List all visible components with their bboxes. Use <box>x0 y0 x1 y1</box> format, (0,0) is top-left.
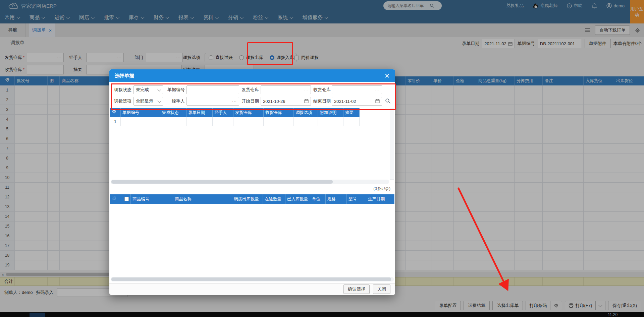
select-chevron-icon <box>157 87 161 91</box>
modal-search-icon[interactable] <box>385 98 391 104</box>
calendar-icon[interactable] <box>375 99 380 104</box>
filter-handler-input[interactable]: ··· <box>186 97 239 106</box>
modal-doc-column-header: 完成状态 <box>160 108 186 117</box>
filter-docno-input[interactable] <box>186 85 239 94</box>
select-chevron-icon <box>157 99 161 103</box>
modal-doc-row[interactable]: 1 <box>110 117 360 126</box>
lookup-dots-icon[interactable]: ··· <box>304 88 309 92</box>
modal-doc-table-header: 单据编号完成状态录单日期经手人发货仓库收货仓库调拨选项附加说明摘要 <box>110 108 360 117</box>
modal-doc-cell <box>121 117 160 126</box>
modal-doc-column-header: 单据编号 <box>121 108 160 117</box>
modal-doc-column-header: 录单日期 <box>186 108 213 117</box>
modal-doc-row-number: 1 <box>110 117 121 126</box>
filter-handler-label: 经手人 <box>172 97 185 106</box>
modal-item-scrollbar[interactable] <box>111 277 394 281</box>
modal-doc-column-header: 发货仓库 <box>233 108 264 117</box>
modal-doc-cell <box>318 117 343 126</box>
modal-doc-cell <box>186 117 213 126</box>
filter-enddate-input[interactable]: 2021-11-02 <box>332 97 382 106</box>
modal-item-scrollbar-thumb[interactable] <box>111 277 391 281</box>
modal-item-column-header: 商品名称 <box>173 194 232 204</box>
erp-screen: { "app": {"logo_text": "管家婆网店ERP", "time… <box>0 0 644 317</box>
modal-doc-table-body: 1 <box>110 117 360 126</box>
filter-startdate-input[interactable]: 2021-10-26 <box>261 97 311 106</box>
modal-title: 选择单据 <box>115 73 134 79</box>
modal-doc-cell <box>294 117 318 126</box>
filter-status-label: 调拨状态 <box>114 85 133 94</box>
filter-shipwh-input[interactable]: ··· <box>261 85 311 94</box>
select-all-checkbox[interactable] <box>120 194 131 204</box>
modal-item-column-header: 调拨出库数量 <box>232 194 263 204</box>
modal-item-column-header: 规格 <box>326 194 347 204</box>
modal-doc-cell <box>160 117 186 126</box>
filter-docno-label: 单据编号 <box>167 85 185 94</box>
modal-vertical-scrollbar[interactable] <box>390 108 394 180</box>
lookup-dots-icon[interactable]: ··· <box>232 99 237 103</box>
filter-shipwh-label: 发货仓库 <box>241 85 259 94</box>
filter-option-select[interactable]: 全部显示 <box>133 97 163 106</box>
modal-doc-table: 单据编号完成状态录单日期经手人发货仓库收货仓库调拨选项附加说明摘要 1 <box>110 108 360 126</box>
modal-item-table: 商品编号商品名称调拨出库数量在途数量已入库数量单位规格型号生产日期 <box>110 194 394 204</box>
modal-item-gear-icon[interactable] <box>110 194 120 204</box>
record-count-label: (0条记录) <box>373 186 390 192</box>
select-document-modal: 选择单据 ✕ 调拨状态 未完成 单据编号 发货仓库 ··· 收货仓库 ··· 调… <box>109 69 395 295</box>
modal-doc-cell <box>343 117 360 126</box>
modal-doc-cell <box>233 117 264 126</box>
modal-header: 选择单据 ✕ <box>109 69 395 82</box>
filter-startdate-label: 开始日期 <box>241 97 259 106</box>
modal-item-column-header: 型号 <box>347 194 366 204</box>
filter-recvwh-label: 收货仓库 <box>313 85 331 94</box>
confirm-select-button[interactable]: 确认选择 <box>343 284 370 294</box>
modal-item-column-header: 商品编号 <box>131 194 173 204</box>
filter-status-select[interactable]: 未完成 <box>133 85 163 94</box>
modal-doc-gear-icon[interactable] <box>110 108 121 117</box>
modal-item-column-header: 已入库数量 <box>285 194 310 204</box>
modal-doc-scrollbar[interactable] <box>111 180 389 184</box>
modal-doc-column-header: 经手人 <box>213 108 233 117</box>
filter-enddate-label: 结束日期 <box>313 97 331 106</box>
calendar-icon[interactable] <box>304 99 309 104</box>
modal-doc-column-header: 收货仓库 <box>264 108 294 117</box>
modal-footer: 确认选择 关闭 <box>109 283 395 295</box>
modal-item-table-header: 商品编号商品名称调拨出库数量在途数量已入库数量单位规格型号生产日期 <box>110 194 394 204</box>
filter-recvwh-input[interactable]: ··· <box>332 85 382 94</box>
modal-doc-column-header: 附加说明 <box>318 108 343 117</box>
lookup-dots-icon[interactable]: ··· <box>375 88 380 92</box>
modal-item-column-header: 在途数量 <box>263 194 285 204</box>
modal-item-column-header: 生产日期 <box>366 194 394 204</box>
modal-item-column-header: 单位 <box>310 194 326 204</box>
modal-doc-column-header: 调拨选项 <box>294 108 318 117</box>
modal-close-icon[interactable]: ✕ <box>384 73 390 79</box>
modal-doc-scrollbar-thumb[interactable] <box>111 180 333 184</box>
modal-close-button[interactable]: 关闭 <box>373 284 390 294</box>
modal-doc-cell <box>213 117 233 126</box>
modal-doc-cell <box>264 117 294 126</box>
modal-doc-column-header: 摘要 <box>343 108 360 117</box>
modal-filters: 调拨状态 未完成 单据编号 发货仓库 ··· 收货仓库 ··· 调拨选项 全部显… <box>109 84 395 108</box>
filter-option-label: 调拨选项 <box>114 97 133 106</box>
